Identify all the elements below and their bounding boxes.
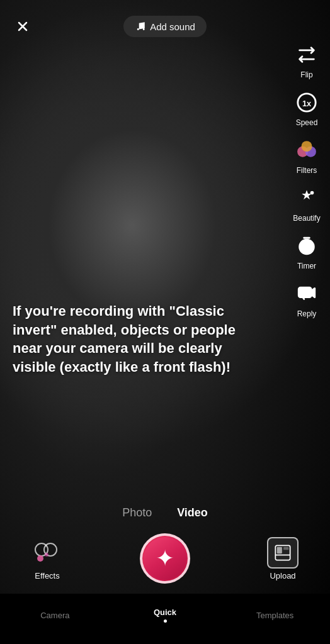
- photo-mode-button[interactable]: Photo: [122, 504, 152, 522]
- nav-active-dot: [164, 619, 167, 623]
- flip-control[interactable]: Flip: [290, 38, 324, 82]
- svg-text:3: 3: [305, 245, 309, 252]
- filters-label: Filters: [297, 166, 317, 175]
- close-button[interactable]: [10, 14, 35, 39]
- beautify-label: Beautify: [293, 214, 320, 223]
- record-button[interactable]: ✦: [140, 533, 190, 584]
- svg-rect-8: [299, 287, 311, 297]
- reply-icon: [292, 279, 321, 308]
- top-bar: Add sound: [0, 0, 330, 44]
- filters-icon: [292, 136, 321, 165]
- effects-label: Effects: [35, 571, 60, 580]
- record-row: Effects ✦ Upload: [0, 533, 330, 584]
- svg-point-5: [310, 191, 314, 195]
- effects-button[interactable]: Effects: [31, 537, 63, 580]
- flip-label: Flip: [300, 70, 312, 79]
- timer-icon: 3: [292, 231, 321, 260]
- record-button-inner: ✦: [144, 537, 186, 580]
- speed-label: Speed: [296, 118, 318, 127]
- svg-rect-16: [283, 547, 288, 550]
- bottom-nav: Camera Quick Templates: [0, 594, 330, 644]
- bottom-area: Photo Video Effects ✦: [0, 504, 330, 644]
- svg-text:1x: 1x: [302, 99, 311, 108]
- flip-icon: [292, 40, 321, 69]
- speed-icon: 1x: [292, 88, 321, 117]
- sparkle-icon: ✦: [156, 545, 174, 572]
- filters-control[interactable]: Filters: [290, 133, 324, 177]
- svg-point-4: [302, 141, 312, 152]
- reply-control[interactable]: Reply: [290, 277, 324, 321]
- info-text: If you're recording with "Classic invert…: [13, 302, 239, 377]
- video-mode-button[interactable]: Video: [177, 504, 208, 522]
- nav-camera-label: Camera: [40, 611, 69, 620]
- speed-control[interactable]: 1x Speed: [290, 86, 324, 130]
- right-controls-panel: Flip 1x Speed Filters: [290, 38, 324, 321]
- reply-label: Reply: [297, 309, 317, 318]
- timer-label: Timer: [297, 262, 316, 270]
- svg-rect-15: [277, 547, 282, 553]
- beautify-control[interactable]: Beautify: [290, 181, 324, 225]
- mode-toggle: Photo Video: [0, 504, 330, 522]
- effects-icon: [31, 537, 63, 569]
- svg-point-12: [45, 553, 48, 557]
- beautify-icon: [292, 184, 321, 213]
- upload-icon: [267, 537, 299, 569]
- upload-button[interactable]: Upload: [267, 537, 299, 580]
- nav-quick[interactable]: Quick: [110, 608, 220, 623]
- timer-control[interactable]: 3 Timer: [290, 229, 324, 273]
- add-sound-label: Add sound: [150, 21, 195, 32]
- add-sound-button[interactable]: Add sound: [123, 16, 207, 37]
- nav-quick-label: Quick: [154, 608, 176, 617]
- upload-label: Upload: [270, 571, 295, 580]
- nav-templates-label: Templates: [256, 611, 293, 620]
- nav-camera[interactable]: Camera: [0, 611, 110, 620]
- svg-point-11: [37, 555, 43, 562]
- nav-templates[interactable]: Templates: [220, 611, 330, 620]
